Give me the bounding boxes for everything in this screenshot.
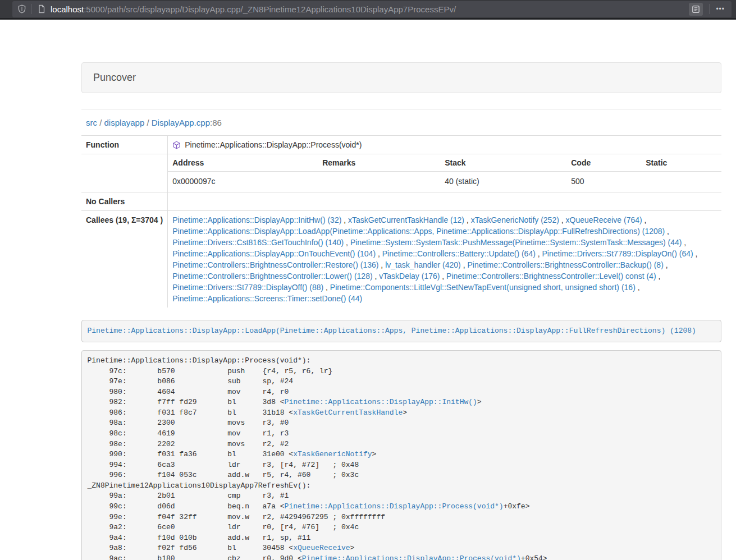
page-icon — [37, 4, 46, 13]
function-row: Function Pinetime::Applications::Display… — [81, 136, 721, 154]
stats-table: AddressRemarksStackCodeStatic0x0000097c4… — [168, 154, 721, 192]
breadcrumb-link[interactable]: DisplayApp.cpp — [152, 118, 210, 127]
browser-toolbar: localhost:5000/path/src/displayapp/Displ… — [0, 0, 736, 20]
page-title: Puncover — [93, 72, 136, 83]
app-header: Puncover — [81, 62, 721, 93]
stats-column-header: Static — [641, 154, 721, 172]
stats-cell: 40 (static) — [440, 172, 566, 192]
reader-view-icon[interactable] — [689, 3, 703, 16]
callee-link[interactable]: Pinetime::Applications::DisplayApp::Init… — [172, 215, 341, 224]
function-table: Function Pinetime::Applications::Display… — [81, 135, 721, 307]
breadcrumb-line-number: :86 — [210, 118, 222, 127]
breadcrumb-link[interactable]: src — [86, 118, 97, 127]
breadcrumb-link[interactable]: displayapp — [104, 118, 145, 127]
url-host: localhost — [51, 4, 84, 14]
url-text[interactable]: localhost:5000/path/src/displayapp/Displ… — [51, 4, 689, 14]
callee-link[interactable]: Pinetime::Applications::DisplayApp::Load… — [172, 227, 665, 236]
breadcrumb-separator: / — [144, 118, 152, 127]
divider — [81, 109, 721, 110]
stats-cell: 0x0000097c — [168, 172, 318, 192]
disassembly-symbol-link[interactable]: xQueueReceive — [293, 544, 350, 552]
callees-list: Pinetime::Applications::DisplayApp::Init… — [168, 211, 721, 308]
breadcrumb: src / displayapp / DisplayApp.cpp:86 — [86, 118, 721, 127]
stats-column-header: Remarks — [318, 154, 440, 172]
disassembly-symbol-link[interactable]: xTaskGenericNotify — [293, 450, 372, 458]
callee-link[interactable]: Pinetime::Drivers::St7789::DisplayOff() … — [172, 283, 323, 292]
highlighted-callee-panel: Pinetime::Applications::DisplayApp::Load… — [81, 320, 721, 342]
callee-link[interactable]: xTaskGetCurrentTaskHandle (12) — [348, 215, 464, 224]
callee-link[interactable]: Pinetime::System::SystemTask::PushMessag… — [350, 238, 682, 247]
disassembly-symbol-link[interactable]: Pinetime::Applications::DisplayApp::Proc… — [285, 502, 504, 511]
callees-label: Callees (19, Σ=3704 ) — [81, 211, 168, 308]
callees-row: Callees (19, Σ=3704 ) Pinetime::Applicat… — [81, 211, 721, 308]
no-callers-label: No Callers — [81, 192, 168, 211]
callee-link[interactable]: lv_task_handler (420) — [385, 260, 461, 269]
toolbar-separator — [709, 4, 710, 14]
callee-link[interactable]: Pinetime::Drivers::St7789::DisplayOn() (… — [542, 249, 693, 258]
stats-data-row: 0x0000097c40 (static)500 — [168, 172, 721, 192]
stats-column-header: Address — [168, 154, 318, 172]
callee-link[interactable]: Pinetime::Controllers::BrightnessControl… — [467, 260, 663, 269]
no-callers-row: No Callers — [81, 192, 721, 211]
url-path: :5000/path/src/displayapp/DisplayApp.cpp… — [84, 4, 456, 14]
stats-header-row: AddressRemarksStackCodeStatic — [168, 154, 721, 172]
callee-link[interactable]: Pinetime::Controllers::BrightnessControl… — [172, 260, 378, 269]
callee-link[interactable]: Pinetime::Components::LittleVgl::SetNewT… — [330, 283, 636, 292]
function-label: Function — [81, 136, 168, 154]
disassembly-listing: Pinetime::Applications::DisplayApp::Proc… — [81, 350, 721, 560]
stats-column-header: Code — [566, 154, 641, 172]
stats-cell — [318, 172, 440, 192]
stats-cell: 500 — [566, 172, 641, 192]
shield-icon[interactable] — [17, 4, 26, 13]
callee-link[interactable]: Pinetime::Controllers::BrightnessControl… — [446, 272, 656, 281]
disassembly-symbol-link[interactable]: Pinetime::Applications::DisplayApp::Proc… — [302, 554, 521, 560]
stats-column-header: Stack — [440, 154, 566, 172]
stats-row: AddressRemarksStackCodeStatic0x0000097c4… — [81, 154, 721, 192]
url-bar[interactable]: localhost:5000/path/src/displayapp/Displ… — [12, 1, 732, 17]
stats-cell — [641, 172, 721, 192]
callee-link[interactable]: Pinetime::Drivers::Cst816S::GetTouchInfo… — [172, 238, 344, 247]
callee-link[interactable]: Pinetime::Controllers::BrightnessControl… — [172, 272, 372, 281]
callee-link[interactable]: vTaskDelay (176) — [379, 272, 440, 281]
disassembly-symbol-link[interactable]: Pinetime::Applications::DisplayApp::Init… — [285, 398, 477, 406]
page-actions-ellipsis-icon[interactable]: ••• — [715, 6, 728, 12]
function-name: Pinetime::Applications::DisplayApp::Proc… — [185, 139, 362, 150]
symbol-cube-icon — [172, 141, 181, 149]
disassembly-symbol-link[interactable]: xTaskGetCurrentTaskHandle — [293, 408, 403, 417]
callee-link[interactable]: Pinetime::Controllers::Battery::Update()… — [382, 249, 536, 258]
callee-link[interactable]: Pinetime::Applications::Screens::Timer::… — [172, 294, 362, 303]
callee-link[interactable]: xTaskGenericNotify (252) — [471, 215, 559, 224]
page-content: Puncover src / displayapp / DisplayApp.c… — [0, 20, 736, 560]
callee-link[interactable]: Pinetime::Applications::DisplayApp::OnTo… — [172, 249, 376, 258]
highlighted-callee-link[interactable]: Pinetime::Applications::DisplayApp::Load… — [88, 327, 696, 335]
toolbar-separator — [31, 4, 32, 14]
breadcrumb-separator: / — [97, 118, 104, 127]
callee-link[interactable]: xQueueReceive (764) — [566, 215, 642, 224]
